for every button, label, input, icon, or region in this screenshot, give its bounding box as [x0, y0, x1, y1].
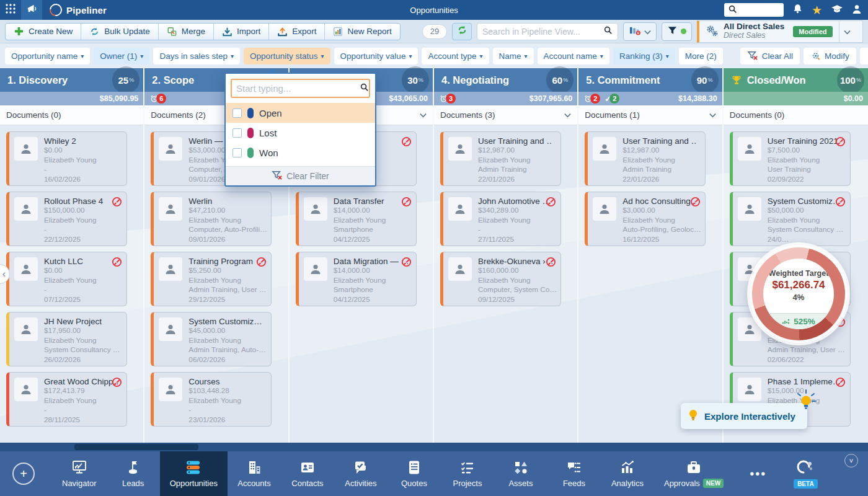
nav-item-contacts[interactable]: Contacts [281, 451, 334, 496]
column-header[interactable]: 1. Discovery25% [0, 68, 143, 92]
favorites-star-icon[interactable]: ★ [812, 4, 822, 16]
scrollbar-thumb[interactable] [74, 444, 198, 450]
status-option-lost[interactable]: Lost [226, 123, 375, 143]
nav-item-quotes[interactable]: Quotes [388, 451, 441, 496]
filter-chip-days-in-sales-step[interactable]: Days in sales step▾ [153, 48, 240, 64]
checkbox[interactable] [232, 108, 242, 118]
opportunity-card[interactable]: Whiley 2$0.00Elizabeth Young-16/02/2026 [6, 131, 127, 186]
nav-item-accounts[interactable]: Accounts [228, 451, 281, 496]
no-entry-flag-icon[interactable] [401, 257, 412, 267]
filter-chip-opportunity-status[interactable]: Opportunity status▾ [244, 48, 330, 64]
pipeliner-beta-logo[interactable]: BETA [794, 459, 817, 489]
status-option-open[interactable]: Open [226, 103, 375, 123]
user-profile-icon[interactable] [852, 4, 862, 17]
opportunity-card[interactable]: Training Program$5,250.00Elizabeth Young… [151, 252, 272, 306]
pipeline-search-input[interactable] [482, 27, 603, 37]
more-menu-button[interactable]: ••• [733, 467, 782, 481]
column-header[interactable]: Closed/Won100% [724, 68, 868, 92]
documents-row[interactable]: Documents (3) [434, 105, 577, 125]
opportunity-card[interactable]: Ad hoc Consulting…$3,000.00Elizabeth You… [585, 192, 706, 246]
opportunity-card[interactable]: Werlin$47,210.00Elizabeth YoungComputer,… [151, 192, 272, 246]
export-button[interactable]: Export [269, 24, 325, 40]
no-entry-flag-icon[interactable] [112, 197, 122, 207]
opportunity-card[interactable]: Data Transfer$14,000.00Elizabeth YoungSm… [296, 192, 417, 246]
explore-interactively-button[interactable]: Explore Interactively [681, 403, 807, 429]
nav-item-navigator[interactable]: Navigator [52, 451, 107, 496]
opportunity-card[interactable]: User Training and …$12,987.00Elizabeth Y… [585, 131, 706, 186]
opportunity-card[interactable]: Courses$103,448.28Elizabeth Young-23/01/… [151, 372, 272, 427]
no-entry-flag-icon[interactable] [835, 377, 846, 388]
nav-item-leads[interactable]: Leads [107, 451, 160, 496]
opportunity-card[interactable]: Rollout Phase 4$150,000.00Elizabeth Youn… [6, 192, 127, 246]
opportunity-card[interactable]: Great Wood Chipp…$172,413.79Elizabeth Yo… [6, 372, 127, 427]
caret-down-icon: ▾ [479, 53, 482, 60]
filter-button[interactable] [662, 22, 692, 41]
filter-chip-opportunity-name[interactable]: Opportunity name▾ [5, 48, 90, 64]
view-selector-button[interactable]: 0 [623, 22, 657, 41]
modify-button[interactable]: Modify [804, 48, 856, 64]
horizontal-scrollbar[interactable] [0, 443, 868, 451]
nav-item-feeds[interactable]: Feeds [547, 451, 601, 496]
opportunity-card[interactable]: JH New Project$17,950.00Elizabeth YoungS… [6, 312, 127, 366]
global-search-input[interactable] [724, 3, 784, 17]
filter-chip-ranking-3-[interactable]: Ranking (3)▾ [613, 48, 675, 64]
no-entry-flag-icon[interactable] [690, 197, 701, 207]
custom-filter-button[interactable]: Custom Filter [860, 48, 868, 64]
dropdown-search-input[interactable] [236, 83, 360, 94]
no-entry-flag-icon[interactable] [546, 197, 556, 207]
nav-item-opportunities[interactable]: Opportunities [160, 451, 228, 496]
filter-chip-owner-1-[interactable]: Owner (1)▾ [94, 48, 149, 64]
quick-add-button[interactable]: + [12, 463, 35, 485]
opportunity-card[interactable]: John Automotive …$340,289.00Elizabeth Yo… [440, 192, 561, 246]
opportunity-card[interactable]: Kutch LLC$0.00Elizabeth Young-07/12/2025 [6, 252, 127, 306]
documents-row[interactable]: Documents (0) [724, 105, 868, 125]
checkbox[interactable] [232, 128, 242, 138]
refresh-button[interactable] [452, 23, 472, 40]
clear-all-button[interactable]: Clear All [740, 48, 800, 64]
caret-down-icon: ▾ [321, 53, 324, 60]
nav-item-analytics[interactable]: Analytics [601, 451, 654, 496]
new-report-button[interactable]: New Report [325, 24, 399, 40]
no-entry-flag-icon[interactable] [401, 197, 412, 207]
no-entry-flag-icon[interactable] [112, 257, 122, 267]
no-entry-flag-icon[interactable] [835, 136, 846, 147]
no-entry-flag-icon[interactable] [546, 257, 556, 267]
clear-filter-button[interactable]: Clear Filter [226, 166, 375, 185]
opportunity-card[interactable]: System Customiz…$50,000.00Elizabeth Youn… [730, 192, 851, 246]
status-option-won[interactable]: Won [226, 143, 375, 162]
filter-chip-name[interactable]: Name▾ [493, 48, 534, 64]
sales-unit-names: All Direct Sales Direct Sales [724, 22, 784, 40]
opportunity-card[interactable]: User Training 2021$7,500.00Elizabeth You… [730, 131, 851, 186]
column-header[interactable]: 5. Commitment90% [578, 68, 722, 92]
no-entry-flag-icon[interactable] [112, 377, 122, 388]
column-header[interactable]: 4. Negotiating60% [434, 68, 577, 92]
bulk-update-button[interactable]: Bulk Update [81, 24, 159, 40]
create-new-button[interactable]: Create New [6, 24, 81, 40]
merge-button[interactable]: Merge [159, 24, 214, 40]
no-entry-flag-icon[interactable] [401, 136, 412, 147]
import-button[interactable]: Import [214, 24, 269, 40]
documents-row[interactable]: Documents (0) [0, 105, 143, 125]
filter-chip-account-type[interactable]: Account type▾ [422, 48, 489, 64]
weighted-target-widget[interactable]: Weighted Target $61,266.74 4% 525% [750, 245, 848, 343]
opportunity-card[interactable]: Data Migration — …$14,000.00Elizabeth Yo… [296, 252, 417, 306]
nav-item-activities[interactable]: Activities [334, 451, 388, 496]
collapse-nav-chevron[interactable]: ˅ [844, 454, 858, 467]
notifications-bell-icon[interactable] [792, 3, 803, 17]
opportunity-card[interactable]: Brekke-Okuneva › …$160,000.00Elizabeth Y… [440, 252, 561, 306]
checkbox[interactable] [232, 148, 242, 157]
no-entry-flag-icon[interactable] [256, 257, 267, 267]
sales-unit-selector[interactable]: All Direct Sales Direct Sales Modified [697, 20, 863, 43]
opportunity-card[interactable]: User Training and …$12,987.00Elizabeth Y… [440, 131, 561, 186]
filter-chip-more-2-[interactable]: More (2) [679, 48, 723, 64]
nav-item-assets[interactable]: Assets [494, 451, 547, 496]
opportunity-card[interactable]: System Customiz…$45,000.00Elizabeth Youn… [151, 312, 272, 366]
filter-chip-opportunity-value[interactable]: Opportunity value▾ [334, 48, 418, 64]
learning-cap-icon[interactable] [831, 4, 843, 16]
documents-row[interactable]: Documents (1) [578, 105, 722, 125]
filter-chip-account-name[interactable]: Account name▾ [538, 48, 609, 64]
nav-item-projects[interactable]: Projects [441, 451, 494, 496]
sales-unit-chevron[interactable] [839, 21, 855, 42]
no-entry-flag-icon[interactable] [835, 197, 846, 207]
nav-item-approvals[interactable]: ApprovalsNEW [654, 451, 733, 496]
